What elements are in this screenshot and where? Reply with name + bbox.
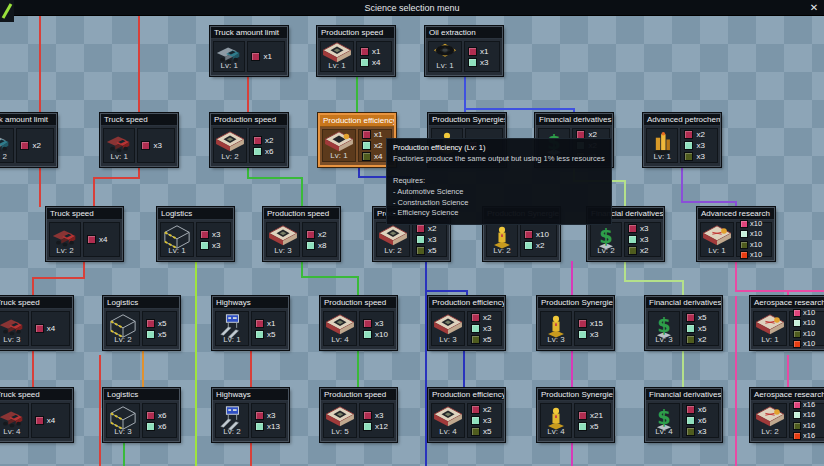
cost-quantity: x5 xyxy=(428,246,436,255)
tech-node[interactable]: Production speedLv: 2x2x6 xyxy=(210,113,288,167)
cost-swatch xyxy=(471,405,480,414)
cost-swatch xyxy=(306,230,315,239)
connector-line xyxy=(39,167,41,207)
node-level: Lv: 1 xyxy=(429,61,461,70)
window-titlebar: Science selection menu xyxy=(0,0,824,16)
tech-node[interactable]: Production SynergiesLv: 4x21x5 xyxy=(537,388,614,442)
tech-node[interactable]: Truck speedLv: 3x4 xyxy=(0,296,73,350)
tech-node[interactable]: Advanced researchLv: 1x10x10x10x10 xyxy=(697,207,775,261)
cost-quantity: x3 xyxy=(696,141,704,150)
connector-line xyxy=(93,177,140,179)
tech-node[interactable]: Aerospace researchLv: 2x16x16x16x16 xyxy=(750,388,824,442)
cost-quantity: x1 xyxy=(374,130,382,139)
cost-quantity: x3 xyxy=(153,141,161,150)
tooltip-description: Factories produce the same output but us… xyxy=(393,154,605,165)
tech-node[interactable]: Advanced petrochemicalsLv: 1x2x3x3 xyxy=(643,113,721,167)
cost-swatch xyxy=(686,416,695,425)
cost-quantity: x5 xyxy=(158,319,166,328)
cost-quantity: x3 xyxy=(696,152,704,161)
cost-swatch xyxy=(200,241,209,250)
tech-node[interactable]: Production speedLv: 1x1x4 xyxy=(317,26,395,76)
cost-quantity: x15 xyxy=(590,319,603,328)
connector-line xyxy=(735,296,737,466)
tech-node[interactable]: Production speedLv: 4x3x10 xyxy=(320,296,397,350)
cost-quantity: x4 xyxy=(374,152,382,161)
node-icon-panel: Lv: 4 xyxy=(540,403,572,438)
close-button[interactable]: ✕ xyxy=(807,1,821,15)
node-icon-panel: Lv: 1 xyxy=(753,311,787,346)
tech-node[interactable]: Truck speedLv: 4x4 xyxy=(0,388,73,442)
tech-node[interactable]: Oil extractionLv: 1x1x3 xyxy=(425,26,503,76)
cost-swatch xyxy=(686,324,695,333)
node-icon-panel: Lv: 2 xyxy=(106,311,140,346)
cost-quantity: x8 xyxy=(318,241,326,250)
cost-swatch xyxy=(471,313,480,322)
cost-swatch xyxy=(793,340,801,348)
cost-swatch xyxy=(362,130,371,139)
tech-node[interactable]: Production efficiencyLv: 4x2x3x5 xyxy=(428,388,505,442)
cost-item: x1 xyxy=(360,47,388,56)
cost-quantity: x10 xyxy=(803,309,815,318)
tech-node[interactable]: Truck speedLv: 1x3 xyxy=(100,113,178,167)
node-icon-panel: Lv: 4 xyxy=(431,403,465,438)
cost-swatch xyxy=(793,401,801,409)
cost-quantity: x2 xyxy=(536,241,544,250)
cost-item: x15 xyxy=(578,319,607,328)
node-icon-panel: Lv: 4 xyxy=(323,311,357,346)
node-title: Truck speed xyxy=(101,114,177,126)
node-cost-panel: x1 xyxy=(247,41,285,72)
tech-node[interactable]: LogisticsLv: 2x5x5 xyxy=(103,296,180,350)
tech-node[interactable]: Production efficiencyLv: 1x1x2x4 xyxy=(318,113,396,167)
tech-node[interactable]: Financial derivatives$Lv: 3x5x5x2 xyxy=(645,296,722,350)
cost-swatch xyxy=(146,422,155,431)
node-level: Lv: 3 xyxy=(107,427,139,436)
cost-swatch xyxy=(578,411,587,420)
cost-item: x5 xyxy=(578,422,607,431)
tech-node[interactable]: Production efficiencyLv: 3x2x3x5 xyxy=(428,296,505,350)
cost-swatch xyxy=(578,319,587,328)
tech-node[interactable]: Truck speedLv: 2x4 xyxy=(46,207,123,261)
svg-text:$: $ xyxy=(657,314,671,337)
cost-swatch xyxy=(684,130,693,139)
cost-swatch xyxy=(362,152,371,161)
cost-quantity: x10 xyxy=(803,319,815,328)
cost-swatch xyxy=(200,230,209,239)
cost-quantity: x2 xyxy=(428,224,436,233)
cost-quantity: x3 xyxy=(483,416,491,425)
connector-line xyxy=(247,177,303,179)
connector-line xyxy=(301,177,303,207)
tech-node[interactable]: HighwaysLv: 1x1x5 xyxy=(212,296,289,350)
cost-swatch xyxy=(578,422,587,431)
draw-tool-button[interactable] xyxy=(0,0,14,22)
tech-node[interactable]: Production speedLv: 3x2x8 xyxy=(263,207,340,261)
tech-node[interactable]: Truck amount limitLv: 1x1 xyxy=(210,26,288,76)
connector-line xyxy=(301,276,359,278)
tooltip: Production efficiency (Lv: 1) Factories … xyxy=(386,138,612,225)
node-title: Financial derivatives xyxy=(536,114,612,126)
node-level: Lv: 1 xyxy=(321,61,353,70)
tech-node[interactable]: LogisticsLv: 1x3x3 xyxy=(157,207,234,261)
node-level: Lv: 2 xyxy=(107,335,139,344)
tech-node[interactable]: LogisticsLv: 3x6x6 xyxy=(103,388,180,442)
cost-swatch xyxy=(253,136,262,145)
connector-line xyxy=(682,280,684,296)
node-icon-panel: Lv: 1 xyxy=(646,128,678,163)
tech-node[interactable]: Truck amount limitLv: 2x2 xyxy=(0,113,57,167)
cost-quantity: x1 xyxy=(263,52,271,61)
node-icon-panel: $Lv: 2 xyxy=(590,222,622,257)
cost-item: x10 xyxy=(740,220,768,229)
cost-quantity: x10 xyxy=(750,220,762,229)
cost-swatch xyxy=(251,52,260,61)
cost-item: x3 xyxy=(468,58,496,67)
node-level: Lv: 2 xyxy=(754,427,786,436)
connector-line xyxy=(624,261,626,281)
cost-swatch xyxy=(141,141,150,150)
node-level: Lv: 3 xyxy=(649,335,679,344)
tech-node[interactable]: Production speedLv: 5x3x12 xyxy=(320,388,397,442)
tech-node[interactable]: HighwaysLv: 2x3x13 xyxy=(212,388,289,442)
tech-node[interactable]: Production SynergiesLv: 3x15x3 xyxy=(537,296,614,350)
tech-node[interactable]: Financial derivatives$Lv: 4x6x6x3 xyxy=(645,388,722,442)
node-level: Lv: 4 xyxy=(432,427,464,436)
tech-node[interactable]: Aerospace researchLv: 1x10x10x10x10 xyxy=(750,296,824,350)
cost-item: x10 xyxy=(793,330,821,339)
